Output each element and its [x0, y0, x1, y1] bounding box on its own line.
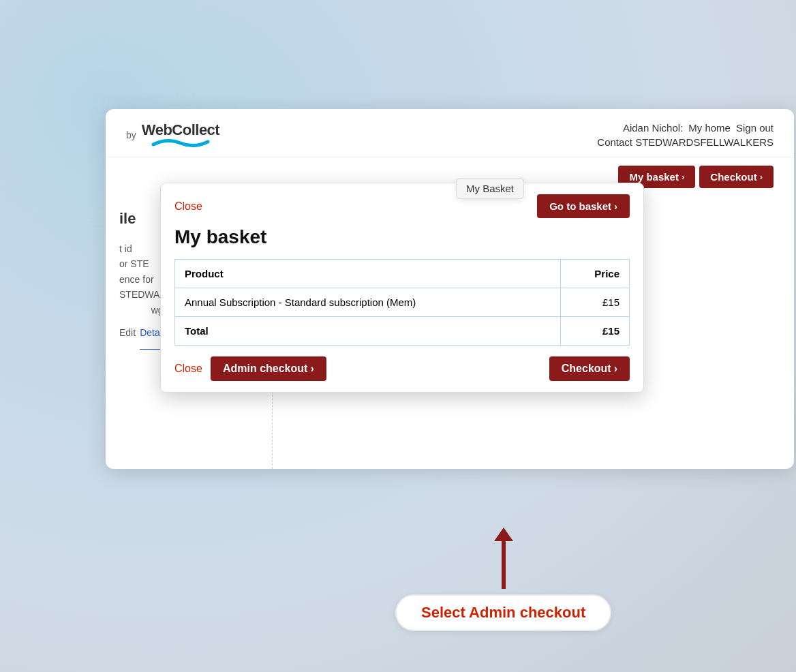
go-basket-chevron-icon: ›	[614, 200, 617, 212]
go-to-basket-button[interactable]: Go to basket ›	[537, 194, 630, 218]
checkout-chevron-icon: ›	[760, 172, 763, 182]
checkout-top-button[interactable]: Checkout ›	[699, 166, 774, 188]
header-nav-top: Aidan Nichol: My home Sign out	[597, 122, 774, 134]
contact-label: Contact STEDWARDSFELLWALKERS	[597, 136, 774, 148]
basket-modal: My Basket Close Go to basket › My basket…	[160, 183, 644, 393]
header-nav: Aidan Nichol: My home Sign out Contact S…	[597, 122, 774, 148]
checkout-bottom-button[interactable]: Checkout ›	[549, 356, 630, 381]
page-container: by WebCollect Aidan Nichol: My home Sign…	[106, 109, 794, 469]
admin-checkout-button[interactable]: Admin checkout ›	[211, 356, 326, 381]
select-admin-checkout-label: Select Admin checkout	[395, 594, 611, 631]
header: by WebCollect Aidan Nichol: My home Sign…	[106, 109, 794, 157]
modal-footer: Close Admin checkout › Checkout ›	[161, 346, 643, 392]
modal-header: Close Go to basket ›	[161, 183, 643, 226]
total-label: Total	[175, 317, 561, 346]
arrow-shaft	[502, 541, 506, 589]
arrow-head-icon	[494, 528, 513, 541]
username: Aidan Nichol:	[623, 122, 683, 134]
product-price: £15	[561, 288, 630, 317]
total-row: Total £15	[175, 317, 630, 346]
table-row: Annual Subscription - Standard subscript…	[175, 288, 630, 317]
edit-prefix: Edit	[119, 327, 136, 350]
modal-title: My basket	[161, 226, 643, 259]
basket-table: Product Price Annual Subscription - Stan…	[174, 259, 630, 346]
col-product: Product	[175, 260, 561, 288]
main-content: ile t id or STE ence for STEDWARDSFELLWA…	[106, 196, 794, 469]
my-basket-tooltip: My Basket	[456, 178, 524, 199]
logo-area: by WebCollect	[126, 121, 219, 149]
logo-swoosh-icon	[150, 136, 211, 149]
total-value: £15	[561, 317, 630, 346]
sign-out-link[interactable]: Sign out	[736, 122, 774, 134]
my-home-link[interactable]: My home	[688, 122, 731, 134]
my-basket-chevron-icon: ›	[682, 172, 684, 182]
modal-close-bottom-link[interactable]: Close	[174, 363, 202, 375]
annotation-container: Select Admin checkout	[395, 528, 611, 631]
admin-checkout-chevron-icon: ›	[310, 363, 313, 375]
logo: WebCollect	[142, 121, 219, 149]
by-label: by	[126, 129, 136, 140]
modal-close-top-link[interactable]: Close	[174, 200, 202, 213]
checkout-bottom-chevron-icon: ›	[614, 363, 617, 375]
product-name: Annual Subscription - Standard subscript…	[175, 288, 561, 317]
col-price: Price	[561, 260, 630, 288]
